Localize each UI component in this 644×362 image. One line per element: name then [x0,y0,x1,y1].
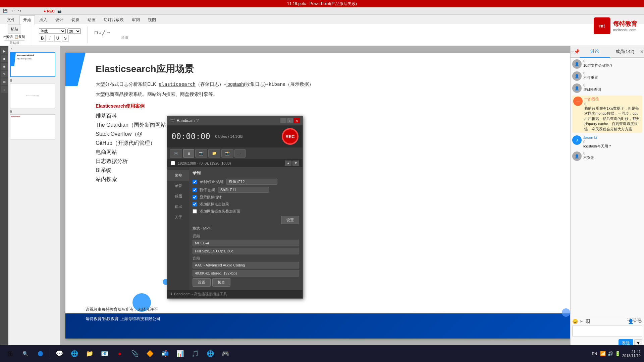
preview-btn[interactable]: 预查 [212,278,230,287]
slide-thumb-9[interactable]: 9 Elasticsearch [10,110,58,139]
res-up[interactable]: ▲ [285,161,291,166]
close-btn[interactable]: ✕ [294,118,300,123]
tab-animation[interactable]: 动画 [84,15,99,24]
nav-btn-5[interactable]: ⊕ [1,78,8,85]
scissors-btn[interactable]: ✂ [580,319,584,324]
start-button[interactable]: ⊞ [3,347,17,360]
tab-transition[interactable]: 切换 [68,15,83,24]
network-icon[interactable]: 📶 [600,351,606,356]
image-btn[interactable]: 🖼 [585,319,590,324]
slide-thumb-8[interactable]: 8 Elasticsearch核心概念 [10,79,58,108]
paperclip-icon: 📎 [131,350,139,357]
chat-tab-members[interactable]: 成员(142) [610,46,640,57]
taskbar-skype[interactable]: 💬 [53,347,66,360]
italic-btn[interactable]: I [47,35,53,42]
search-btn[interactable]: 🔍 [18,347,32,360]
help-btn[interactable]: ? [196,118,199,123]
arrow-btn[interactable]: → [106,30,111,35]
tab-review[interactable]: 审阅 [128,15,144,24]
bold-btn[interactable]: B [39,35,46,42]
hotkey-input-2[interactable] [218,187,269,193]
taskbar-red[interactable]: ● [113,347,126,360]
taskbar-game[interactable]: 🎮 [219,347,232,360]
minimize-btn[interactable]: ─ [280,118,286,123]
chat-input-area: 😊 ✂ 🖼 👤+ ⚙ 发送 ▼ [571,317,644,345]
taskbar-chrome[interactable]: 🌐 [68,347,81,360]
sidebar-item-output[interactable]: 输出 [167,201,189,212]
maximize-btn[interactable]: □ [287,118,293,123]
taskbar-postbox[interactable]: 📬 [158,347,172,360]
underline-btn[interactable]: U [54,35,61,42]
tab-game[interactable]: 🎮 [170,149,182,158]
res-down[interactable]: ▼ [292,161,299,166]
sidebar-item-about[interactable]: 关于 [167,212,189,222]
tab-screen[interactable]: 🖥 [183,149,194,158]
chat-input-field[interactable] [572,325,642,337]
tab-slideshow[interactable]: 幻灯片放映 [100,15,127,24]
tab-device[interactable]: 📷 [195,149,207,158]
paste-btn[interactable]: 粘贴 [8,24,21,34]
hotkey-check-3[interactable] [193,195,197,199]
tab-file[interactable]: 📁 [208,149,220,158]
cut-btn[interactable]: ✂剪切 [3,35,13,39]
hotkey-check-1[interactable] [193,180,197,184]
sidebar-item-record[interactable]: 录音 [167,181,189,191]
taskbar-ppt[interactable]: 📊 [173,347,187,360]
chat-close[interactable]: ✕ [640,49,644,54]
rec-button[interactable]: REC [282,128,299,145]
tab-settings2[interactable]: ⋯ [234,149,246,158]
tab-design[interactable]: 设计 [52,15,67,24]
taskbar-explorer[interactable]: 📁 [83,347,96,360]
tab-screenshot[interactable]: 📸 [221,149,233,158]
date: 2018/11/19 [622,354,641,358]
nav-btn-4[interactable]: ✎ [1,71,8,77]
taskbar-mail[interactable]: 📧 [98,347,111,360]
deco-circle-band-1 [562,308,570,317]
hotkey-check-5[interactable] [193,209,197,214]
sidebar-item-screenshot[interactable]: 截图 [167,191,189,201]
nav-btn-6[interactable]: ↕ [1,86,8,93]
tab-view[interactable]: 视图 [144,15,160,24]
oval-btn[interactable]: ○ [98,30,101,35]
taskbar-orange[interactable]: 🔶 [143,347,157,360]
chat-pin[interactable]: 📌 [574,49,580,54]
taskbar-paperclip[interactable]: 📎 [128,347,142,360]
emoji-btn[interactable]: 😊 [572,319,578,324]
footer-copyright: 每特教育/蚂蚁教育-上海每特科技有限公司 [86,316,160,326]
tab-home[interactable]: 开始 [19,15,35,24]
taskbar-media[interactable]: 🎵 [189,347,202,360]
copy-btn[interactable]: 📋复制 [14,35,25,39]
tab-file[interactable]: 文件 [3,15,19,24]
nav-btn-2[interactable]: ■ [1,55,8,62]
cortana-btn[interactable]: 🔵 [34,347,47,360]
tab-insert[interactable]: 插入 [36,15,51,24]
slide-thumb-7[interactable]: 7 Elasticsearch应用场景 大型分布式日志分析系统... [10,48,58,77]
left-nav: ▶ ■ ◉ ✎ ⊕ ↕ ⏻ [0,46,8,353]
taskbar-browser2[interactable]: 🌐 [204,347,217,360]
settings-button[interactable]: 设置 [281,216,299,224]
nav-btn-1[interactable]: ▶ [1,48,8,54]
hotkey-input-1[interactable] [226,179,277,185]
add-member-btn[interactable]: 👤+ [628,319,636,324]
shape-btn[interactable]: □ [95,30,97,35]
hotkey-check-2[interactable] [193,188,197,192]
nav-btn-3[interactable]: ◉ [1,63,8,70]
chat-tab-discuss[interactable]: 讨论 [580,46,610,58]
resolution-checkbox[interactable] [171,161,175,165]
redo-btn[interactable]: ↪ [17,8,22,13]
settings-btn[interactable]: ⚙ [638,319,642,324]
font-size-select[interactable]: 28 [67,28,81,34]
strikethrough-btn[interactable]: S [62,35,69,42]
font-family-select[interactable]: 等线 [39,28,66,34]
battery-icon[interactable]: 🔋 [615,351,621,356]
hotkey-check-4[interactable] [193,202,197,206]
undo-btn[interactable]: ↩ [10,8,16,13]
timer-display: 00:00:00 [171,132,210,141]
save-btn[interactable]: 💾 [2,8,9,13]
chat-minimize[interactable]: ─ [571,49,574,54]
sound-icon[interactable]: 🔊 [607,351,613,356]
line-btn[interactable]: ╱ [102,30,105,35]
msg-body: 一如既往 0 我的es现在有1kw数据了，但是每次同步mongo数据，一同步，c… [584,97,641,132]
settings-btn-2[interactable]: 设置 [193,278,211,287]
sidebar-item-general[interactable]: 常规 [167,170,189,181]
